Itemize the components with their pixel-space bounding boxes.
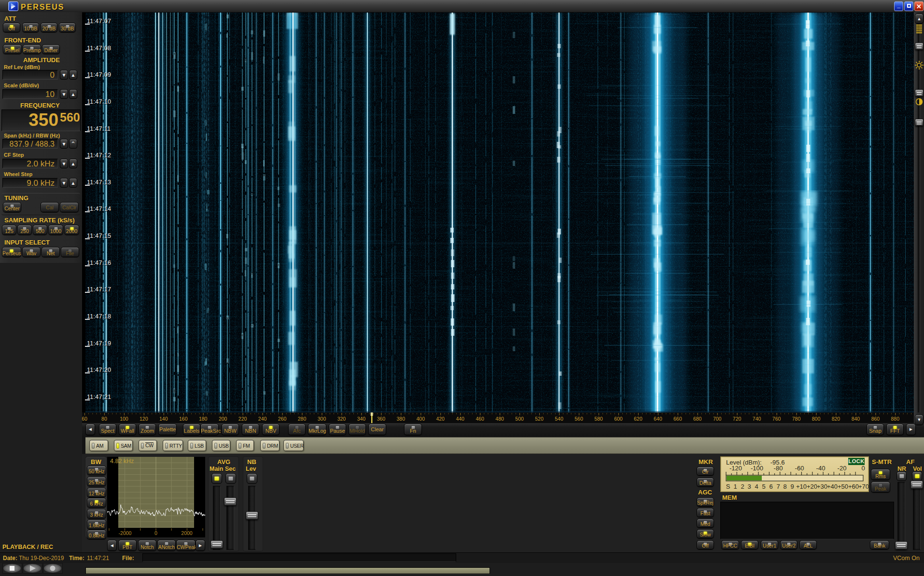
- svg-text:380: 380: [397, 416, 406, 422]
- svg-text:60: 60: [82, 416, 87, 422]
- svg-text:+60: +60: [848, 483, 859, 490]
- svg-text:860: 860: [871, 416, 880, 422]
- svg-text:-100: -100: [751, 465, 763, 472]
- svg-text:S: S: [726, 483, 730, 490]
- svg-text:720: 720: [733, 416, 742, 422]
- svg-text:700: 700: [713, 416, 722, 422]
- svg-text:540: 540: [555, 416, 563, 422]
- svg-text:+10: +10: [796, 483, 807, 490]
- svg-text:560: 560: [574, 416, 583, 422]
- svg-text:-60: -60: [795, 465, 804, 472]
- svg-text:-20: -20: [838, 465, 847, 472]
- svg-text:680: 680: [693, 416, 702, 422]
- svg-text:440: 440: [456, 416, 464, 422]
- svg-text:-80: -80: [774, 465, 783, 472]
- svg-text:+50: +50: [838, 483, 848, 490]
- svg-text:4: 4: [755, 483, 758, 490]
- svg-text:0: 0: [861, 465, 865, 472]
- svg-text:880: 880: [891, 416, 900, 422]
- svg-text:0: 0: [154, 530, 157, 536]
- svg-text:6: 6: [769, 483, 772, 490]
- svg-text:+20: +20: [807, 483, 817, 490]
- svg-text:180: 180: [199, 416, 208, 422]
- svg-text:320: 320: [337, 416, 346, 422]
- svg-text:-40: -40: [816, 465, 826, 472]
- svg-text:600: 600: [614, 416, 623, 422]
- svg-text:220: 220: [238, 416, 247, 422]
- svg-text:580: 580: [594, 416, 603, 422]
- svg-text:1: 1: [733, 483, 737, 490]
- svg-text:100: 100: [120, 416, 128, 422]
- svg-text:760: 760: [772, 416, 781, 422]
- svg-text:2000: 2000: [181, 530, 193, 536]
- svg-text:200: 200: [219, 416, 227, 422]
- svg-text:480: 480: [495, 416, 504, 422]
- svg-text:160: 160: [179, 416, 188, 422]
- svg-text:7: 7: [776, 483, 780, 490]
- svg-text:+30: +30: [817, 483, 827, 490]
- svg-text:520: 520: [535, 416, 544, 422]
- svg-text:620: 620: [634, 416, 643, 422]
- svg-text:500: 500: [515, 416, 524, 422]
- svg-text:+40: +40: [827, 483, 838, 490]
- svg-text:840: 840: [852, 416, 860, 422]
- svg-text:240: 240: [258, 416, 267, 422]
- svg-text:360: 360: [377, 416, 386, 422]
- svg-text:4.82 kHz: 4.82 kHz: [110, 458, 134, 465]
- svg-text:9: 9: [790, 483, 794, 490]
- svg-text:8: 8: [783, 483, 786, 490]
- svg-text:120: 120: [140, 416, 148, 422]
- svg-text:140: 140: [159, 416, 168, 422]
- svg-text:780: 780: [792, 416, 801, 422]
- svg-text:3: 3: [747, 483, 751, 490]
- svg-text:460: 460: [476, 416, 484, 422]
- svg-text:400: 400: [417, 416, 425, 422]
- svg-text:420: 420: [436, 416, 445, 422]
- svg-text:+70: +70: [858, 483, 869, 490]
- svg-text:740: 740: [753, 416, 761, 422]
- svg-text:660: 660: [673, 416, 682, 422]
- svg-text:300: 300: [318, 416, 326, 422]
- svg-text:80: 80: [101, 416, 107, 422]
- svg-text:340: 340: [357, 416, 366, 422]
- svg-text:5: 5: [762, 483, 765, 490]
- svg-text:800: 800: [812, 416, 821, 422]
- svg-text:640: 640: [654, 416, 662, 422]
- svg-text:260: 260: [278, 416, 287, 422]
- svg-text:820: 820: [832, 416, 840, 422]
- svg-text:-2000: -2000: [119, 530, 132, 536]
- svg-text:280: 280: [298, 416, 307, 422]
- svg-text:-120: -120: [729, 465, 742, 472]
- svg-text:2: 2: [741, 483, 744, 490]
